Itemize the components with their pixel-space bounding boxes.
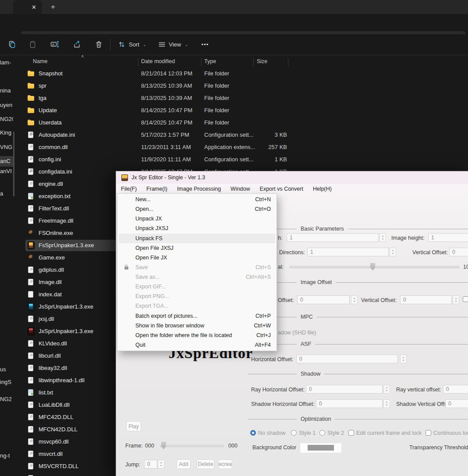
copy-button[interactable] [4, 37, 20, 52]
interval-slider-thumb[interactable] [370, 263, 375, 270]
menubar-item-file-f-[interactable]: File(F) [116, 184, 142, 194]
menu-item-batch-export-of-pictures[interactable]: Batch export of pictures...Ctrl+P [119, 311, 275, 321]
continuous-lock-checkbox[interactable] [425, 430, 431, 436]
interval-label: al: [278, 264, 284, 270]
frame-slider-thumb[interactable] [161, 442, 166, 449]
img-vertical-offset-spinner[interactable]: ▴▾ [453, 295, 459, 304]
img-horizontal-offset-spinner[interactable]: ▴▾ [351, 295, 358, 304]
background-color-swatch[interactable] [300, 443, 342, 453]
file-name: FilterText.dll [39, 205, 69, 212]
table-row[interactable]: Userdata8/14/2025 10:47 PMFile folder [0, 117, 468, 129]
image-width-input[interactable]: 1 [287, 233, 379, 242]
menu-item-open[interactable]: Open...Ctrl+O [119, 204, 275, 214]
img-vertical-offset-label: Vertical Offset: [361, 297, 397, 303]
menu-item-new[interactable]: New...Ctrl+N [119, 195, 275, 204]
table-row[interactable]: spr8/13/2025 10:39 AMFile folder [0, 80, 468, 92]
file-name: libwinpthread-1.dll [39, 377, 85, 384]
view-button[interactable]: View ⌄ [154, 37, 191, 52]
ini-file-icon [27, 131, 35, 139]
menu-item-unpack-jx[interactable]: Unpack JX [119, 214, 275, 224]
menu-item-label: Unpack FS [135, 235, 163, 242]
menubar-item-image-processing[interactable]: Image Processing [172, 184, 226, 194]
folder-file-icon [27, 119, 35, 126]
table-row[interactable]: tga8/13/2025 10:39 AMFile folder [0, 92, 468, 104]
style2-radio[interactable] [319, 430, 325, 436]
continuous-lock-label: Continuous lock [433, 430, 468, 436]
play-button[interactable]: Play [126, 421, 141, 431]
directions-label: Directions: [279, 249, 305, 256]
menu-item-unpack-jxsj[interactable]: Unpack JXSJ [119, 224, 275, 233]
more-options-button[interactable]: ••• [198, 37, 213, 52]
shadow-vertical-offset-input[interactable]: 0 [445, 399, 468, 408]
jump-spinner[interactable]: ▴▾ [158, 460, 164, 469]
rename-button[interactable]: A [46, 37, 63, 52]
style1-radio[interactable] [291, 430, 297, 436]
dll-file-icon [27, 364, 35, 372]
menu-item-quit[interactable]: QuitAlt+F4 [119, 340, 275, 350]
tab-close-icon[interactable]: ✕ [32, 4, 36, 11]
img-horizontal-offset-input[interactable]: 0 [297, 295, 350, 304]
menu-item-show-in-file-browser-window[interactable]: Show in file browser windowCtrl+W [119, 321, 275, 330]
column-header-size[interactable]: Size [257, 58, 267, 64]
shadow-horizontal-offset-spinner[interactable]: ▴▾ [383, 399, 390, 408]
no-shadow-radio[interactable] [250, 430, 256, 436]
image-offset-checkbox[interactable] [463, 296, 468, 302]
directions-input[interactable]: 1 [307, 248, 389, 256]
add-frame-button[interactable]: Add [177, 459, 191, 469]
image-width-spinner[interactable]: ▴▾ [379, 233, 386, 242]
share-button[interactable] [69, 37, 85, 52]
folder-file-icon [27, 107, 35, 114]
menu-item-save-as: Save as...Ctrl+Alt+S [119, 272, 275, 282]
directions-spinner[interactable]: ▴▾ [390, 248, 396, 256]
asf-horizontal-offset-spinner[interactable]: ▴▾ [400, 355, 407, 363]
frame-slider-track[interactable] [160, 445, 223, 447]
new-tab-button[interactable]: + [47, 2, 59, 12]
ray-horizontal-offset-input[interactable]: 0 [306, 385, 383, 394]
menubar-item-export-vs-convert[interactable]: Export vs Convert [255, 184, 308, 194]
dll-file-icon [27, 315, 35, 323]
edit-frame-lock-checkbox[interactable] [348, 430, 354, 436]
menu-item-shortcut: Ctrl+O [255, 206, 275, 212]
sidebar-item-lam-[interactable]: lam- [0, 57, 13, 68]
file-name: gdiplus.dll [39, 266, 64, 273]
table-row[interactable]: common.dll11/23/2011 3:11 AMApplication … [0, 141, 468, 153]
menu-item-unpack-fs[interactable]: Unpack FS [119, 234, 275, 243]
table-row[interactable]: Update8/14/2025 10:47 PMFile folder [0, 104, 468, 117]
explorer-tab[interactable]: ✕ [13, 0, 42, 14]
lock-icon [124, 266, 128, 270]
table-row[interactable]: Autoupdate.ini5/17/2023 1:57 PMConfigura… [0, 129, 468, 141]
decrease-button[interactable]: ecrea [218, 459, 232, 469]
jump-input[interactable]: 0 [144, 460, 157, 469]
color-sample [308, 445, 334, 451]
table-row[interactable]: Snapshot8/21/2014 12:03 PMFile folder [0, 67, 468, 80]
img-vertical-offset-input[interactable]: 0 [400, 295, 452, 304]
column-header-name[interactable]: Name [33, 58, 47, 64]
svg-text:A: A [52, 43, 54, 46]
image-height-label: Image height: [391, 235, 425, 241]
column-header-date[interactable]: Date modified [141, 58, 175, 64]
menu-item-open-file-jx[interactable]: Open File JX [119, 253, 275, 263]
paste-button[interactable] [25, 37, 40, 52]
menubar-item-frame-i-[interactable]: Frame(I) [142, 184, 172, 194]
editor-titlebar[interactable]: Jx Spr Editor - Single - Ver 1.3 [116, 171, 468, 184]
column-header-type[interactable]: Type [204, 58, 216, 64]
menu-item-label: Open the folder where the file is locate… [135, 332, 232, 338]
vertical-offset-input[interactable]: 0 [449, 248, 468, 256]
delete-frame-button[interactable]: Delete [197, 459, 214, 469]
shadow-horizontal-offset-input[interactable]: 0 [316, 399, 383, 408]
image-height-input[interactable]: 1 [428, 233, 468, 242]
sort-button[interactable]: Sort ⌄ [114, 37, 150, 52]
file-name: FreeImage.dll [39, 217, 73, 224]
menu-item-open-the-folder-where-the-file-is-located[interactable]: Open the folder where the file is locate… [119, 330, 275, 340]
ray-horizontal-offset-spinner[interactable]: ▴▾ [383, 385, 390, 394]
menubar-item-help-h-[interactable]: Help(H) [308, 184, 337, 194]
menubar-item-window[interactable]: Window [226, 184, 255, 194]
menu-item-open-file-jxsj[interactable]: Open File JXSJ [119, 243, 275, 253]
table-row[interactable]: config.ini11/9/2020 11:11 AMConfiguratio… [0, 153, 468, 166]
asf-horizontal-offset-input[interactable]: 0 [296, 355, 398, 363]
delete-button[interactable] [91, 37, 106, 52]
file-size: 257 KB [252, 144, 287, 150]
column-divider [288, 58, 288, 66]
ray-vertical-offset-input[interactable]: 0 [443, 385, 468, 394]
trash-icon [95, 40, 103, 49]
